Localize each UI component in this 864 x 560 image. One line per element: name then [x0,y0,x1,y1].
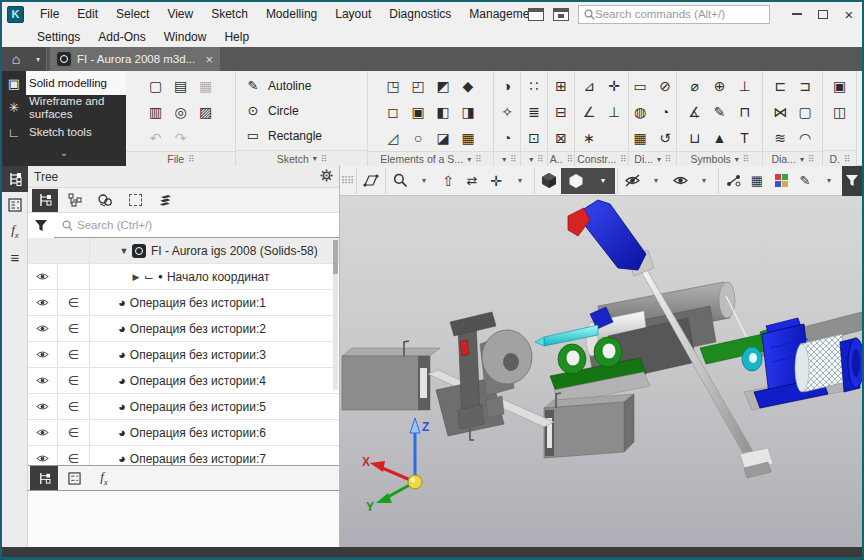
grid-icon[interactable]: ▦ [745,168,769,194]
array-icon-1[interactable]: ∷ [522,73,547,98]
modify-icon-1[interactable]: ◑ [495,73,520,98]
app-logo-icon[interactable]: K [7,6,24,23]
visibility-eye-icon[interactable] [28,264,58,289]
dimension-icon-3[interactable]: ◍ [628,99,653,124]
construction-icon-2[interactable]: ✛ [602,73,627,98]
panel-tab-tree[interactable] [2,166,28,192]
menu-diagnostics[interactable]: Diagnostics [380,2,460,26]
open-icon[interactable]: ▤ [168,73,193,98]
group-grip-icon[interactable]: ⠿ [510,154,516,164]
symbol-icon-3[interactable]: ⊥ [732,73,757,98]
feature-icon-6[interactable]: ▣ [406,99,431,124]
visibility-eye-icon[interactable] [28,290,58,315]
modify-icon-2[interactable]: ✧ [495,99,520,124]
construction-icon-1[interactable]: ⊿ [577,73,602,98]
model-3d-view[interactable]: Z X Y [340,196,862,547]
symbol-icon-8[interactable]: ▲ [707,125,732,150]
diagnostic-icon-3[interactable]: ⋈ [768,99,793,124]
symbol-icon-4[interactable]: ∡ [682,99,707,124]
group-grip-icon[interactable]: ⠿ [808,154,814,164]
element-of-icon[interactable]: ∈ [58,420,90,445]
tree-scrollbar[interactable] [333,240,338,390]
menu-modelling[interactable]: Modelling [257,2,326,26]
drawing-icon-2[interactable]: ◫ [827,99,852,124]
ribbon-group-dia--label[interactable]: Dia...▾⠿ [763,151,822,166]
dimension-icon-2[interactable]: ⊘ [653,73,678,98]
hide-dropdown-icon[interactable]: ▾ [644,168,668,194]
save-as-icon[interactable]: ▨ [193,99,218,124]
ribbon-group-a--label[interactable]: A..⠿ [548,151,574,166]
maximize-button[interactable] [810,3,836,25]
new-document-icon[interactable]: ▢ [143,73,168,98]
feature-icon-12[interactable]: ▦ [456,125,481,150]
ribbon-group-x3-label[interactable]: ▾⠿ [494,151,520,166]
visibility-eye-icon[interactable] [28,316,58,341]
mode-sketch-tools[interactable]: ∟Sketch tools [2,120,126,144]
group-grip-icon[interactable]: ⠿ [665,154,671,164]
feature-icon-1[interactable]: ◳ [381,73,406,98]
visibility-eye-icon[interactable] [28,394,58,419]
tree-row-operation-3[interactable]: ∈◕Операция без истории:3 [28,342,339,368]
diagnostic-icon-6[interactable]: ◠ [793,125,818,150]
print-icon[interactable]: ▥ [143,99,168,124]
command-search-input[interactable] [595,8,755,20]
ribbon-group-file-label[interactable]: File⠿ [126,151,235,166]
modify-icon-3[interactable]: ◔ [495,125,520,150]
drawing-icon-1[interactable]: ▣ [827,73,852,98]
text-icon[interactable]: T [732,125,757,150]
coordinate-axes-icon[interactable]: ✛ [484,168,508,194]
minimize-button[interactable] [784,3,810,25]
diagnostic-icon-4[interactable]: ▢ [793,99,818,124]
ribbon-group-di--label[interactable]: Di...▾⠿ [629,151,676,166]
home-icon[interactable]: ⌂ [2,47,30,71]
save-icon[interactable]: ▦ [193,73,218,98]
move-component-icon[interactable]: ⇄ [460,168,484,194]
hide-objects-icon[interactable] [620,168,644,194]
panel-menu-icon[interactable]: ≡ [2,244,28,270]
gear-icon[interactable] [320,169,333,185]
menu-layout[interactable]: Layout [326,2,380,26]
array-icon-3[interactable]: ⊡ [522,125,547,150]
menu-help[interactable]: Help [215,25,258,49]
orient-normal-icon[interactable]: ⇧ [436,168,460,194]
visibility-eye-icon[interactable] [28,342,58,367]
collapse-icon[interactable]: ▼ [118,246,130,256]
ribbon-group-constr--label[interactable]: Constr...⠿ [575,151,628,166]
tree-structure-icon[interactable] [32,189,58,212]
mode-more-chevron-icon[interactable]: ⌄ [2,147,126,158]
diagnostic-icon-2[interactable]: ⊐ [793,73,818,98]
menu-edit[interactable]: Edit [68,2,107,26]
element-of-icon[interactable]: ∈ [58,446,90,465]
bottom-tab-tree[interactable] [30,466,58,490]
visibility-eye-icon[interactable] [28,446,58,465]
symbol-icon-7[interactable]: ⊔ [682,125,707,150]
new-window-icon[interactable] [528,8,544,21]
feature-icon-2[interactable]: ◰ [406,73,431,98]
tree-row-root[interactable]: ▼FI - Aurora igs 2008 (Solids-58) [28,238,339,264]
panel-tab-parameters[interactable] [2,192,28,218]
dimension-icon-1[interactable]: ▭ [628,73,653,98]
visibility-eye-icon[interactable] [28,368,58,393]
construction-icon-3[interactable]: ∠ [577,99,602,124]
feature-icon-7[interactable]: ◧ [431,99,456,124]
menu-view[interactable]: View [158,2,202,26]
bottom-tab-parameters[interactable] [60,466,88,490]
ribbon-group-symbols-label[interactable]: Symbols▾⠿ [677,151,762,166]
symbol-icon-2[interactable]: ⊕ [707,73,732,98]
shaded-dropdown-icon[interactable]: ▾ [591,168,615,194]
layers-icon[interactable] [152,189,178,212]
chevron-down-icon[interactable]: ▾ [800,155,804,164]
diagnostic-icon-1[interactable]: ⊏ [768,73,793,98]
zoom-dropdown-icon[interactable]: ▾ [412,168,436,194]
tree-row-operation-7[interactable]: ∈◕Операция без истории:7 [28,446,339,465]
chevron-down-icon[interactable]: ▾ [529,155,533,164]
menu-file[interactable]: File [31,2,68,26]
chevron-down-icon[interactable]: ▾ [735,155,739,164]
command-autoline[interactable]: ✎Autoline [236,73,367,98]
aux-icon-2[interactable]: ⊟ [549,99,574,124]
document-tab[interactable]: FI - Aurora 2008 m3d... × [50,47,220,71]
symbol-icon-6[interactable]: ⊓ [732,99,757,124]
print-preview-icon[interactable]: ◎ [168,99,193,124]
close-button[interactable]: × [836,3,862,25]
feature-icon-9[interactable]: ◿ [381,125,406,150]
